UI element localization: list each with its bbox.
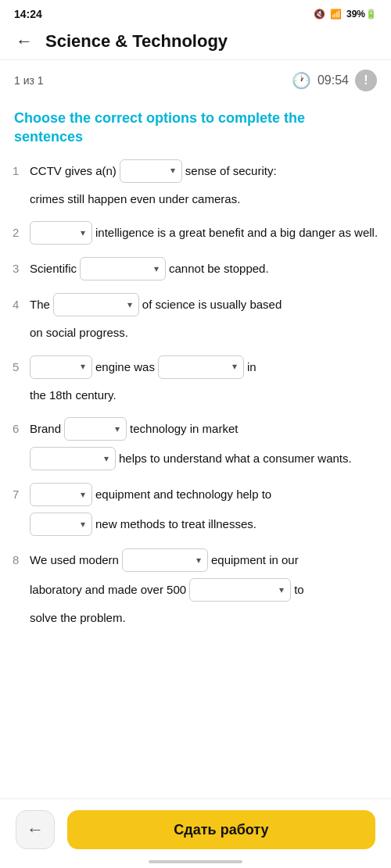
q7-dropdown-2[interactable]: ▾ xyxy=(30,513,92,536)
q6-dropdown-2[interactable]: ▾ xyxy=(30,447,116,470)
question-4: 4 The ▾ of science is usually based on s… xyxy=(13,293,378,343)
chevron-down-icon: ▾ xyxy=(154,261,159,277)
q7-text: ▾ equipment and technology help to ▾ new… xyxy=(30,483,378,536)
chevron-down-icon: ▾ xyxy=(232,359,237,374)
question-5: 5 ▾ engine was ▾ in the 18th century. xyxy=(13,355,378,405)
nav-back-button[interactable]: ← xyxy=(16,810,55,849)
chevron-down-icon: ▾ xyxy=(81,359,85,374)
chevron-down-icon: ▾ xyxy=(81,516,85,532)
chevron-down-icon: ▾ xyxy=(115,421,120,437)
status-time: 14:24 xyxy=(14,8,42,20)
q8-dropdown-2[interactable]: ▾ xyxy=(189,578,291,602)
q5-dropdown-1[interactable]: ▾ xyxy=(30,355,92,379)
chevron-down-icon: ▾ xyxy=(279,582,284,598)
instruction-text: Choose the correct options to complete t… xyxy=(0,101,391,159)
question-8: 8 We used modern ▾ equipment in our labo… xyxy=(13,548,378,628)
q8-num: 8 xyxy=(13,548,23,570)
q8-dropdown-1[interactable]: ▾ xyxy=(122,548,208,572)
question-3: 3 Scientific ▾ cannot be stopped. xyxy=(13,257,378,280)
page-title: Science & Technology xyxy=(45,31,228,52)
chevron-down-icon: ▾ xyxy=(196,552,201,568)
chevron-down-icon: ▾ xyxy=(127,297,132,313)
q1-num: 1 xyxy=(13,159,23,181)
wifi-icon: 📶 xyxy=(330,9,342,20)
clock-icon: 🕐 xyxy=(292,71,311,90)
header: ← Science & Technology xyxy=(0,25,391,60)
q5-text: ▾ engine was ▾ in the 18th century. xyxy=(30,355,378,405)
q3-num: 3 xyxy=(13,257,23,279)
question-7: 7 ▾ equipment and technology help to ▾ n… xyxy=(13,483,378,536)
question-1: 1 CCTV gives a(n) ▾ sense of security: c… xyxy=(13,159,378,209)
timer-value: 09:54 xyxy=(317,73,349,88)
bottom-bar: ← Сдать работу xyxy=(0,798,391,868)
q6-dropdown-1[interactable]: ▾ xyxy=(64,417,127,441)
q5-num: 5 xyxy=(13,355,23,377)
chevron-down-icon: ▾ xyxy=(81,487,85,502)
q1-text: CCTV gives a(n) ▾ sense of security: cri… xyxy=(30,159,378,209)
submit-button[interactable]: Сдать работу xyxy=(67,810,375,849)
q2-dropdown[interactable]: ▾ xyxy=(30,221,92,245)
question-6: 6 Brand ▾ technology in market ▾ helps t… xyxy=(13,417,378,470)
q7-num: 7 xyxy=(13,483,23,505)
back-button[interactable]: ← xyxy=(13,33,36,50)
q6-text: Brand ▾ technology in market ▾ helps to … xyxy=(30,417,378,470)
bottom-indicator xyxy=(149,860,242,863)
q1-dropdown[interactable]: ▾ xyxy=(120,159,182,183)
status-icons: 🔇 📶 39%🔋 xyxy=(314,9,377,20)
chevron-down-icon: ▾ xyxy=(104,451,109,466)
q8-text: We used modern ▾ equipment in our labora… xyxy=(30,548,378,628)
alert-icon: ! xyxy=(355,70,377,91)
q5-dropdown-2[interactable]: ▾ xyxy=(158,355,244,379)
question-2: 2 ▾ intelligence is a great benefit and … xyxy=(13,221,378,245)
q4-num: 4 xyxy=(13,293,23,315)
q6-num: 6 xyxy=(13,417,23,439)
q3-dropdown[interactable]: ▾ xyxy=(80,257,166,280)
q2-text: ▾ intelligence is a great benefit and a … xyxy=(30,221,378,245)
q1-text-before: CCTV gives a(n) xyxy=(30,161,117,181)
chevron-down-icon: ▾ xyxy=(81,225,85,241)
battery-icon: 39%🔋 xyxy=(346,9,377,20)
questions-container: 1 CCTV gives a(n) ▾ sense of security: c… xyxy=(0,159,391,734)
progress-label: 1 из 1 xyxy=(14,74,44,87)
q2-num: 2 xyxy=(13,221,23,243)
q3-text: Scientific ▾ cannot be stopped. xyxy=(30,257,378,280)
q4-dropdown[interactable]: ▾ xyxy=(53,293,139,316)
q7-dropdown-1[interactable]: ▾ xyxy=(30,483,92,506)
mute-icon: 🔇 xyxy=(314,9,325,20)
timer-area: 🕐 09:54 ! xyxy=(292,70,377,91)
chevron-down-icon: ▾ xyxy=(170,163,175,178)
status-bar: 14:24 🔇 📶 39%🔋 xyxy=(0,0,391,25)
progress-row: 1 из 1 🕐 09:54 ! xyxy=(0,60,391,101)
q4-text: The ▾ of science is usually based on soc… xyxy=(30,293,378,343)
